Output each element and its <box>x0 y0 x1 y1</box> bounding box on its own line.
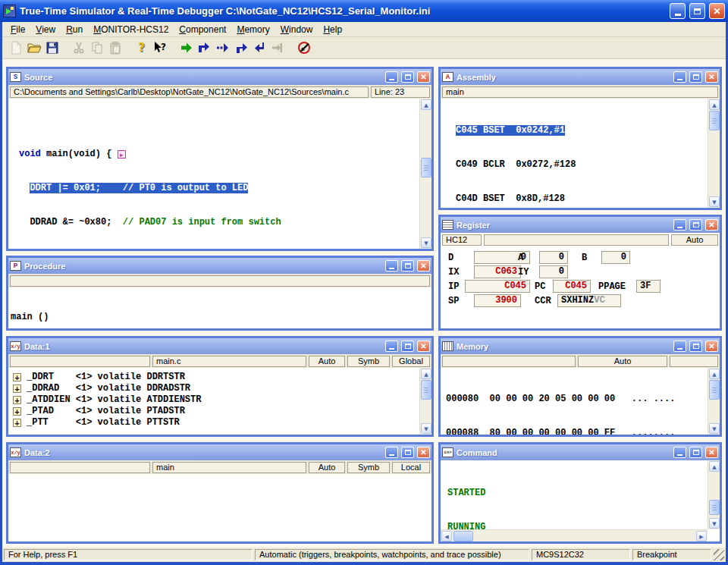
minimize-button[interactable] <box>385 447 398 458</box>
register-value-ccr[interactable]: SXHINZVC <box>557 294 621 307</box>
assembly-line[interactable]: C045 BSET 0x0242,#1 <box>456 125 720 137</box>
scrollbar-thumb[interactable] <box>453 531 473 541</box>
scrollbar-thumb[interactable] <box>421 380 431 400</box>
data-row[interactable]: _DDRT <1> volatile DDRTSTR <box>8 372 431 383</box>
expand-icon[interactable] <box>13 407 21 416</box>
horizontal-scrollbar[interactable] <box>441 529 708 541</box>
data-row[interactable]: _ATDDIEN <1> volatile ATDDIENSTR <box>8 394 431 406</box>
scroll-down-button[interactable] <box>421 237 431 248</box>
vertical-scrollbar[interactable] <box>708 460 720 529</box>
menu-item-window[interactable]: Window <box>275 23 318 36</box>
scroll-left-button[interactable] <box>441 531 452 541</box>
data-row[interactable]: _DDRAD <1> volatile DDRADSTR <box>8 383 431 394</box>
menu-item-monitor-hcs12[interactable]: MONITOR-HCS12 <box>88 23 174 36</box>
scroll-down-button[interactable] <box>421 423 431 434</box>
minimize-button[interactable] <box>673 341 686 352</box>
expand-icon[interactable] <box>13 396 21 404</box>
register-titlebar[interactable]: Register ✕ <box>441 217 720 233</box>
memory-row[interactable]: 000088 80 00 00 00 00 00 00 FF ........ <box>446 428 720 435</box>
toolbar-step-over-button[interactable] <box>214 39 231 57</box>
scrollbar-thumb[interactable] <box>709 111 720 130</box>
source-line[interactable]: void main(void) { <box>19 149 431 160</box>
toolbar-reset-button[interactable] <box>295 39 312 57</box>
scroll-down-button[interactable] <box>709 423 720 434</box>
data2-context[interactable]: main <box>152 462 306 473</box>
scrollbar-thumb[interactable] <box>421 158 431 177</box>
toolbar-help-button[interactable]: ? <box>133 39 150 57</box>
scroll-down-button[interactable] <box>709 196 720 207</box>
register-filter-box[interactable] <box>484 234 669 246</box>
vertical-scrollbar[interactable] <box>708 368 720 435</box>
minimize-button[interactable] <box>385 341 398 352</box>
toolbar-copy-button[interactable] <box>88 39 105 57</box>
scroll-up-button[interactable] <box>709 369 720 379</box>
register-value-sp[interactable]: 3900 <box>474 294 521 307</box>
maximize-button[interactable] <box>401 71 414 83</box>
toolbar-new-file-button[interactable] <box>7 39 24 57</box>
data2-mode-auto[interactable]: Auto <box>309 462 345 473</box>
procedure-entry[interactable]: main () <box>11 312 431 323</box>
data1-scope-global[interactable]: Global <box>392 356 430 367</box>
vertical-scrollbar[interactable] <box>708 99 720 208</box>
assembly-line[interactable]: C049 BCLR 0x0272,#128 <box>456 159 720 171</box>
source-line[interactable]: DDRT |= 0x01; // PT0 is output to LED <box>19 183 431 194</box>
close-button[interactable]: ✕ <box>417 260 430 272</box>
close-button[interactable]: ✕ <box>417 71 430 83</box>
procedure-filter-box[interactable] <box>10 275 430 287</box>
scroll-down-button[interactable] <box>709 518 720 529</box>
data2-filter-box[interactable] <box>10 462 150 473</box>
assembly-context[interactable]: main <box>442 86 718 98</box>
command-console[interactable]: STARTED RUNNING Breakpoint in> <box>441 460 720 541</box>
close-button[interactable]: ✕ <box>705 447 718 458</box>
menu-item-file[interactable]: File <box>5 23 30 36</box>
toolbar-open-file-button[interactable] <box>25 39 42 57</box>
data2-titlebar[interactable]: x/y Data:2 ✕ <box>8 444 431 460</box>
register-value-ppage[interactable]: 3F <box>636 280 661 293</box>
scroll-up-button[interactable] <box>421 99 431 110</box>
source-code-area[interactable]: void main(void) { DDRT |= 0x01; // PT0 i… <box>8 99 431 249</box>
close-button[interactable]: ✕ <box>705 219 718 231</box>
memory-dump-area[interactable]: 000080 00 00 00 20 05 00 00 00 ... .... … <box>441 368 720 435</box>
register-value-ip[interactable]: C045 <box>465 280 530 293</box>
register-value-a[interactable]: 0 <box>539 251 568 264</box>
scrollbar-thumb[interactable] <box>709 500 720 515</box>
toolbar-single-step-button[interactable] <box>196 39 213 57</box>
register-value-pc[interactable]: C045 <box>553 280 591 293</box>
expand-icon[interactable] <box>13 419 21 427</box>
minimize-button[interactable] <box>673 71 686 83</box>
data1-mode-auto[interactable]: Auto <box>309 356 345 367</box>
minimize-button[interactable] <box>673 447 686 458</box>
menu-item-help[interactable]: Help <box>318 23 347 36</box>
maximize-button[interactable] <box>689 3 705 19</box>
register-value-iy[interactable]: 0 <box>539 265 568 278</box>
memory-row[interactable]: 000080 00 00 00 20 05 00 00 00 ... .... <box>446 394 720 405</box>
toolbar-halt-button[interactable] <box>268 39 286 57</box>
source-file-path[interactable]: C:\Documents and Settings\Carlb\Desktop\… <box>10 86 369 98</box>
assembly-titlebar[interactable]: A Assembly ✕ <box>441 69 720 85</box>
data1-titlebar[interactable]: x/y Data:1 ✕ <box>8 338 431 354</box>
procedure-list[interactable]: main () <box>8 287 431 328</box>
toolbar-context-help-button[interactable]: ? <box>151 39 168 57</box>
memory-format-box[interactable] <box>670 356 718 367</box>
minimize-button[interactable] <box>385 71 398 83</box>
register-mode-auto[interactable]: Auto <box>671 234 718 246</box>
data2-list[interactable] <box>8 474 431 541</box>
assembly-code-area[interactable]: C045 BSET 0x0242,#1 C049 BCLR 0x0272,#12… <box>441 99 720 208</box>
data-row[interactable]: _PTT <1> volatile PTTSTR <box>8 417 431 428</box>
menu-item-run[interactable]: Run <box>61 23 88 36</box>
toolbar-paste-button[interactable] <box>106 39 124 57</box>
scrollbar-thumb[interactable] <box>709 380 720 400</box>
maximize-button[interactable] <box>401 341 414 352</box>
minimize-button[interactable] <box>670 3 686 19</box>
maximize-button[interactable] <box>401 260 414 272</box>
source-line[interactable]: DDRAD &= ~0x80; // PAD07 is input from s… <box>19 217 431 228</box>
source-titlebar[interactable]: S Source ✕ <box>8 69 431 85</box>
selected-assembly-line[interactable]: C045 BSET 0x0242,#1 <box>456 125 565 136</box>
selected-source-line[interactable]: DDRT |= 0x01; // PT0 is output to LED <box>30 183 248 193</box>
maximize-button[interactable] <box>689 447 702 458</box>
assembly-line[interactable]: C04D BSET 0x8D,#128 <box>456 193 720 205</box>
minimize-button[interactable] <box>385 260 398 272</box>
data-row[interactable]: _PTAD <1> volatile PTADSTR <box>8 406 431 417</box>
block-start-marker-icon[interactable] <box>118 150 126 159</box>
close-button[interactable]: ✕ <box>705 341 718 352</box>
